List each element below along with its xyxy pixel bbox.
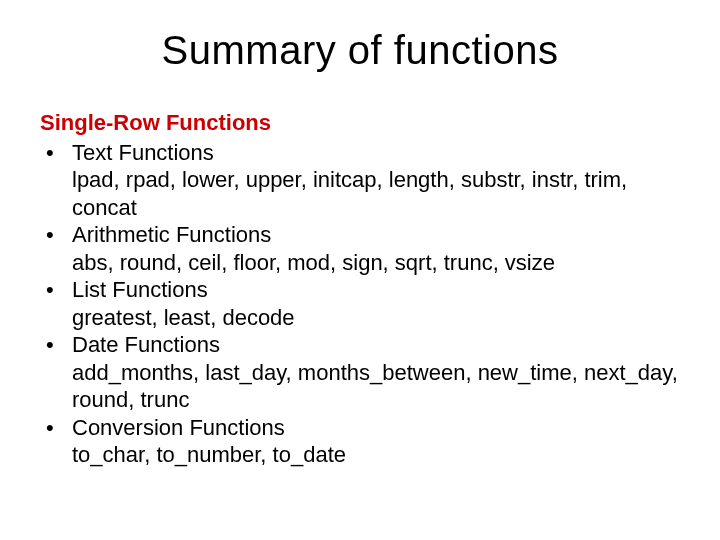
item-details: abs, round, ceil, floor, mod, sign, sqrt… [72,249,680,277]
list-item: List Functions greatest, least, decode [40,276,680,331]
section-header: Single-Row Functions [40,109,680,137]
item-details: lpad, rpad, lower, upper, initcap, lengt… [72,166,680,221]
slide-body: Single-Row Functions Text Functions lpad… [0,91,720,469]
list-item: Date Functions add_months, last_day, mon… [40,331,680,414]
item-title: Date Functions [72,331,680,359]
item-title: Text Functions [72,139,680,167]
slide: Summary of functions Single-Row Function… [0,0,720,540]
item-details: add_months, last_day, months_between, ne… [72,359,680,414]
item-title: Arithmetic Functions [72,221,680,249]
list-item: Text Functions lpad, rpad, lower, upper,… [40,139,680,222]
item-title: List Functions [72,276,680,304]
bullet-list: Text Functions lpad, rpad, lower, upper,… [40,139,680,469]
slide-title: Summary of functions [0,0,720,91]
item-details: to_char, to_number, to_date [72,441,680,469]
item-title: Conversion Functions [72,414,680,442]
list-item: Conversion Functions to_char, to_number,… [40,414,680,469]
item-details: greatest, least, decode [72,304,680,332]
list-item: Arithmetic Functions abs, round, ceil, f… [40,221,680,276]
